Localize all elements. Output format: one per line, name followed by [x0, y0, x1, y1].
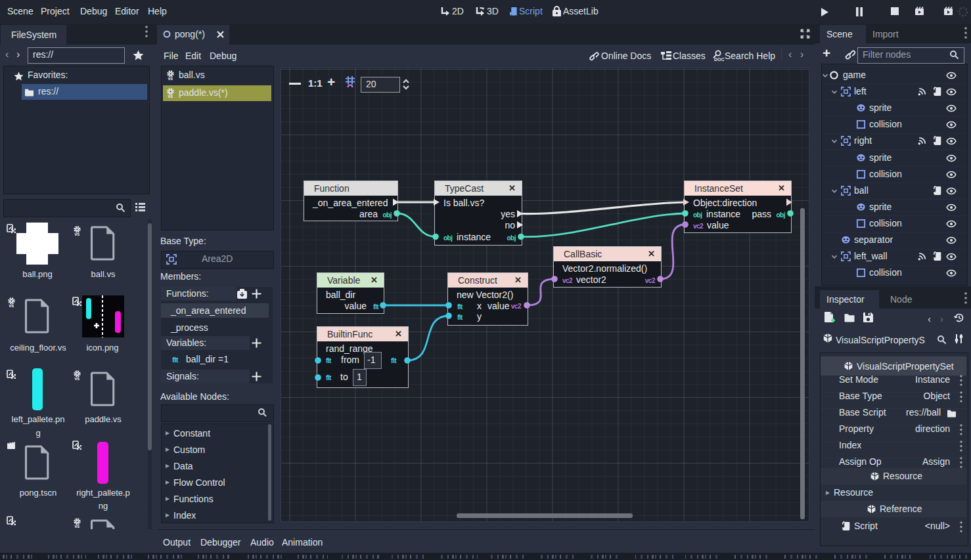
svg-text:DOC: DOC: [714, 57, 725, 62]
